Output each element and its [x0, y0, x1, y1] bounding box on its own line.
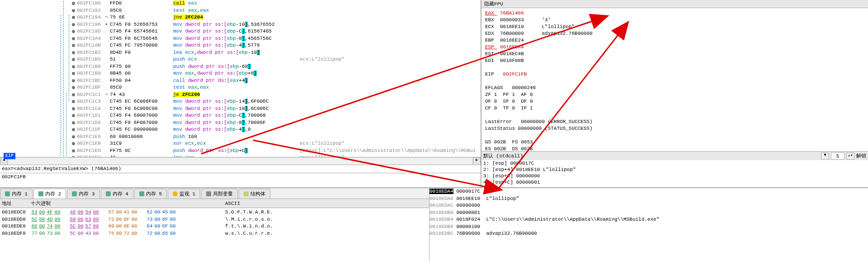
tab-结构体[interactable]: 结构体: [239, 189, 270, 199]
tab-内存 2[interactable]: 内存 2: [33, 189, 66, 199]
callconv-spinner[interactable]: ▴▾: [846, 152, 854, 160]
tab-局部变量[interactable]: 局部变量: [201, 189, 238, 199]
mem-icon: [5, 191, 10, 196]
disasm-row[interactable]: 002FC1C3C745 EC 6C006F00mov dword ptr ss…: [0, 98, 481, 105]
hex-row[interactable]: 0018EDC853004F00 46005400 57004100 52004…: [0, 209, 429, 216]
address-line: 002FC1FB: [0, 173, 481, 187]
callconv-arg-count-input[interactable]: [831, 152, 844, 160]
stack-row[interactable]: 0018EDA4 0000017C: [429, 188, 868, 195]
tab-内存 1[interactable]: 内存 1: [0, 189, 33, 199]
mem-icon: [72, 191, 77, 196]
disassembly-pane: 002FC190FFD0call eax002FC19285C0test eax…: [0, 0, 481, 187]
disasm-row[interactable]: 002FC1B551push ecxecx:L"lollipop": [0, 56, 481, 63]
disasm-row[interactable]: 002FC190FFD0call eax: [0, 0, 481, 7]
hex-header-hex: 十六进制: [31, 199, 221, 208]
disasm-row[interactable]: 002FC1D1C745 F4 69007000mov dword ptr ss…: [0, 112, 481, 119]
callconv-dropdown-button[interactable]: ▼: [821, 152, 829, 160]
struct-icon: [244, 191, 249, 196]
callconv-arg[interactable]: 2: [esp+4] 0018EE10 L"lollipop": [483, 166, 866, 173]
disasm-row[interactable]: 002FC1D8C745 F8 6F007000mov dword ptr ss…: [0, 119, 481, 127]
callconv-label[interactable]: 默认 (stdcall): [483, 152, 523, 159]
callconv-unlock[interactable]: 解锁: [856, 152, 866, 159]
callconv-args-list[interactable]: 1: [esp] 0000017C2: [esp+4] 0018EE10 L"l…: [481, 160, 868, 187]
disasm-row[interactable]: 002FC1B28D4D F0lea ecx,dword ptr ss:[ebp…: [0, 49, 481, 57]
memory-dump-pane: 内存 1内存 2内存 3内存 4内存 5监视 1局部变量结构体 地址 十六进制 …: [0, 188, 429, 261]
disasm-row[interactable]: 002FC1B98B45 08mov eax,dword ptr ss:[ebp…: [0, 70, 481, 77]
local-icon: [206, 191, 211, 196]
mem-icon: [38, 191, 43, 196]
registers-pane: 隐藏FPU EAX 76BA1406 EBX 00000033 '3'ECX 0…: [481, 0, 868, 187]
disassembly-listing[interactable]: 002FC190FFD0call eax002FC19285C0test eax…: [0, 0, 481, 157]
watch-icon: [173, 191, 178, 196]
hex-row[interactable]: 0018EDF877007300 5C004300 75007200 72006…: [0, 230, 429, 237]
callconv-arg[interactable]: 3: [esp+8] 00000000: [483, 173, 866, 179]
disasm-row[interactable]: 002FC1DFC745 FC 00000000mov dword ptr ss…: [0, 126, 481, 133]
hex-rows[interactable]: 0018EDC853004F00 46005400 57004100 52004…: [0, 208, 429, 237]
tab-内存 4[interactable]: 内存 4: [101, 189, 133, 199]
hex-row[interactable]: 0018EDD85C004D00 69006300 72006F00 73006…: [0, 216, 429, 223]
hex-header-addr: 地址: [0, 199, 31, 208]
eip-badge: EIP: [4, 153, 15, 159]
stack-row[interactable]: 0018EDBC 76B90000 advapi32.76B90000: [429, 230, 868, 237]
stack-pane: 0018EDA4 0000017C 0018EDA8 0018EE10 L"lo…: [429, 188, 868, 261]
stack-row[interactable]: 0018EDB0 00000001: [429, 209, 868, 217]
tab-监视 1[interactable]: 监视 1: [168, 189, 200, 199]
callconv-bar: 默认 (stdcall) ▼ ▴▾ 解锁: [481, 151, 868, 160]
disasm-row[interactable]: 002FC1A4C745 F8 6C756545mov dword ptr ss…: [0, 35, 481, 43]
disasm-row[interactable]: 002FC1CAC745 F0 6C006C00mov dword ptr ss…: [0, 105, 481, 113]
stack-row[interactable]: 0018EDAC 00000000: [429, 202, 868, 209]
disasm-row[interactable]: 002FC1EB31C9xor ecx,ecxecx:L"lollipop": [0, 140, 481, 147]
stack-row[interactable]: 0018EDB4 0018F024 L"C:\\Users\\Administr…: [429, 216, 868, 223]
callconv-arg[interactable]: 1: [esp] 0000017C: [483, 160, 866, 166]
stack-rows[interactable]: 0018EDA4 0000017C 0018EDA8 0018EE10 L"lo…: [429, 188, 868, 237]
scroll-track[interactable]: [8, 157, 473, 165]
mem-icon: [106, 191, 111, 196]
mem-icon: [139, 191, 144, 196]
disasm-row[interactable]: 002FC1B6FF75 98push dword ptr ss:[ebp-68…: [0, 63, 481, 71]
disasm-row[interactable]: 002FC19285C0test eax,eax: [0, 7, 481, 14]
stack-row[interactable]: 0018EDB8 00000100: [429, 223, 868, 231]
tab-内存 3[interactable]: 内存 3: [67, 189, 99, 199]
dump-tabs: 内存 1内存 2内存 3内存 4内存 5监视 1局部变量结构体: [0, 188, 429, 199]
disasm-row[interactable]: 002FC1BCFF50 04call dword ptr ds:[eax+4]: [0, 77, 481, 85]
disasm-row[interactable]: 002FC1E668 00010000push 100: [0, 133, 481, 141]
callconv-arg[interactable]: 4: [esp+C] 00000001: [483, 179, 866, 185]
expression-line: eax=<advapi32.RegSetValueExW> (76BA1406): [0, 165, 481, 173]
tab-内存 5[interactable]: 内存 5: [134, 189, 167, 199]
disasm-row[interactable]: 002FC1C1~74 43je 2FC206: [0, 91, 481, 99]
scroll-right-button[interactable]: ►: [473, 157, 481, 165]
stack-row[interactable]: 0018EDA8 0018EE10 L"lollipop": [429, 195, 868, 203]
disasm-row[interactable]: 002FC1ABC745 FC 78570000mov dword ptr ss…: [0, 42, 481, 49]
disasm-row[interactable]: 002FC1EDFF75 0Cpush dword ptr ss:[ebp+C]…: [0, 147, 481, 155]
hex-header-ascii: ASCII: [221, 199, 240, 208]
disasm-row[interactable]: 002FC196•C745 F0 52656753mov dword ptr s…: [0, 21, 481, 28]
disasm-hscrollbar[interactable]: ◄ ►: [0, 157, 481, 165]
hex-row[interactable]: 0018EDE866007400 5C005700 69006E00 64006…: [0, 223, 429, 230]
registers-header-hide-fpu[interactable]: 隐藏FPU: [481, 0, 868, 8]
disasm-row[interactable]: 002FC1BF85C0test eax,eax: [0, 84, 481, 91]
hex-header: 地址 十六进制 ASCII: [0, 199, 429, 208]
registers-body[interactable]: EAX 76BA1406 EBX 00000033 '3'ECX 0018EE1…: [481, 8, 868, 151]
disasm-row[interactable]: 002FC194~75 6Ejne 2FC204: [0, 14, 481, 21]
disasm-row[interactable]: 002FC19DC745 F4 65745661mov dword ptr ss…: [0, 28, 481, 35]
